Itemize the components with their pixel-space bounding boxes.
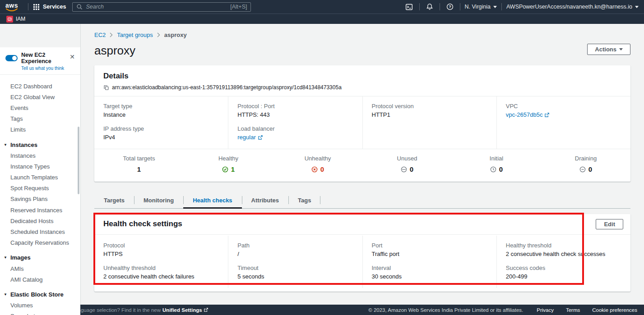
healthy-label: Healthy xyxy=(184,155,273,162)
unified-settings-link[interactable]: Unified Settings xyxy=(162,307,208,313)
unhealthy-threshold-label: Unhealthy threshold xyxy=(103,265,219,271)
sidebar-item-events[interactable]: Events xyxy=(0,102,80,113)
help-icon: ? xyxy=(446,3,454,10)
caret-down-icon: ▼ xyxy=(4,143,7,147)
cookie-preferences-link[interactable]: Cookie preferences xyxy=(592,307,637,313)
breadcrumb-target-groups[interactable]: Target groups xyxy=(117,32,153,38)
copy-icon[interactable] xyxy=(103,85,109,91)
aws-logo[interactable]: aws xyxy=(5,3,18,11)
health-check-title: Health check settings xyxy=(103,219,182,228)
sidebar-item-savings-plans[interactable]: Savings Plans xyxy=(0,194,80,205)
close-icon[interactable]: ✕ xyxy=(69,54,75,60)
sidebar-scrollbar[interactable] xyxy=(78,127,79,194)
initial-label: Initial xyxy=(452,155,541,162)
vpc-value: vpc-2657db5c xyxy=(506,111,543,118)
actions-button[interactable]: Actions xyxy=(587,44,630,55)
target-type-label: Target type xyxy=(103,103,219,110)
path-label: Path xyxy=(237,242,353,249)
terms-link[interactable]: Terms xyxy=(566,307,580,313)
notifications-button[interactable] xyxy=(424,3,435,10)
ip-address-type-value: IPv4 xyxy=(103,134,219,141)
aws-logo-text: aws xyxy=(5,3,18,8)
new-experience-title: New EC2 Experience xyxy=(21,52,75,64)
section-label: Images xyxy=(10,254,31,261)
help-button[interactable]: ? xyxy=(445,3,455,10)
initial-targets: Initial 0 xyxy=(452,155,541,174)
healthy-targets: Healthy 1 xyxy=(184,155,273,174)
active-tab-underline xyxy=(183,207,241,209)
unified-settings-label: Unified Settings xyxy=(162,307,202,313)
account-menu[interactable]: AWSPowerUserAccess/navaneeth.kn@harness.… xyxy=(506,4,639,10)
load-balancer-link[interactable]: regular xyxy=(237,134,263,141)
details-col-3: Protocol version HTTP1 xyxy=(363,96,497,149)
caret-down-icon: ▼ xyxy=(4,292,7,297)
sidebar-item-launch-templates[interactable]: Launch Templates xyxy=(0,172,80,183)
sidebar-item-dedicated-hosts[interactable]: Dedicated Hosts xyxy=(0,215,80,226)
unused-value: 0 xyxy=(410,165,413,173)
details-card: Details arn:aws:elasticloadbalancing:us-… xyxy=(94,65,630,182)
sidebar-item-reserved-instances[interactable]: Reserved Instances xyxy=(0,205,80,215)
draining-targets: Draining 0 xyxy=(541,155,630,174)
interval-value: 30 seconds xyxy=(372,273,487,280)
chevron-down-icon xyxy=(493,6,497,8)
vpc-link[interactable]: vpc-2657db5c xyxy=(506,111,550,118)
tab-tags[interactable]: Tags xyxy=(288,193,320,208)
tab-health-checks[interactable]: Health checks xyxy=(183,193,241,208)
sidebar-item-ami-catalog[interactable]: AMI Catalog xyxy=(0,274,80,285)
sidebar-item-tags[interactable]: Tags xyxy=(0,114,80,124)
sidebar-section-ebs[interactable]: ▼ Elastic Block Store xyxy=(0,289,80,300)
total-targets-value: 1 xyxy=(137,165,141,173)
chevron-down-icon xyxy=(619,48,623,50)
details-col-1: Target type Instance IP address type IPv… xyxy=(94,96,228,149)
sidebar-item-ec2-global-view[interactable]: EC2 Global View xyxy=(0,91,80,102)
privacy-link[interactable]: Privacy xyxy=(537,307,554,313)
tab-monitoring[interactable]: Monitoring xyxy=(134,193,183,208)
section-label: Instances xyxy=(10,142,37,148)
details-col-2: Protocol : Port HTTPS: 443 Load balancer… xyxy=(228,96,362,149)
divider xyxy=(460,3,460,10)
copyright-text: © 2023, Amazon Web Services India Privat… xyxy=(368,307,523,313)
tab-targets[interactable]: Targets xyxy=(94,193,134,208)
search-input[interactable] xyxy=(86,4,227,10)
draining-label: Draining xyxy=(541,155,630,162)
global-search[interactable]: [Alt+S] xyxy=(72,2,251,12)
services-label: Services xyxy=(43,4,66,10)
sidebar-item-ec2-dashboard[interactable]: EC2 Dashboard xyxy=(0,81,80,91)
services-menu-button[interactable]: Services xyxy=(33,4,66,10)
clock-circle-icon xyxy=(490,166,496,173)
search-shortcut: [Alt+S] xyxy=(230,4,247,10)
sidebar-item-scheduled-instances[interactable]: Scheduled Instances xyxy=(0,226,80,237)
sidebar-item-instances[interactable]: Instances xyxy=(0,150,80,161)
tell-us-link[interactable]: Tell us what you think xyxy=(21,66,75,71)
x-circle-icon xyxy=(311,166,318,173)
region-selector[interactable]: N. Virginia xyxy=(465,4,497,10)
sidebar-item-spot-requests[interactable]: Spot Requests xyxy=(0,183,80,194)
external-link-icon xyxy=(544,112,550,118)
new-experience-toggle[interactable] xyxy=(5,55,18,61)
protocol-port-label: Protocol : Port xyxy=(237,103,353,110)
search-icon xyxy=(76,4,83,10)
tab-attributes[interactable]: Attributes xyxy=(242,193,288,208)
unhealthy-value: 0 xyxy=(320,165,324,173)
sidebar-item-snapshots[interactable]: Snapshots xyxy=(0,311,80,315)
main-content: EC2 Target groups asproxy asproxy Action… xyxy=(81,24,644,305)
arn-value: arn:aws:elasticloadbalancing:us-east-1:3… xyxy=(112,84,342,91)
protocol-label: Protocol xyxy=(103,242,219,249)
sidebar-section-instances[interactable]: ▼ Instances xyxy=(0,139,80,150)
healthy-threshold-value: 2 consecutive health check successes xyxy=(506,251,621,257)
breadcrumb-ec2[interactable]: EC2 xyxy=(94,32,106,38)
divider xyxy=(501,3,502,10)
cloudshell-button[interactable] xyxy=(403,3,415,11)
sidebar-item-amis[interactable]: AMIs xyxy=(0,263,80,274)
timeout-value: 5 seconds xyxy=(237,273,353,280)
healthy-threshold-label: Healthy threshold xyxy=(506,242,621,249)
sidebar-item-limits[interactable]: Limits xyxy=(0,124,80,135)
sidebar-section-images[interactable]: ▼ Images xyxy=(0,252,80,263)
chevron-right-icon xyxy=(110,32,113,37)
sidebar-item-capacity-reservations[interactable]: Capacity Reservations xyxy=(0,237,80,248)
edit-button[interactable]: Edit xyxy=(596,219,623,229)
unhealthy-threshold-value: 2 consecutive health check failures xyxy=(103,273,219,280)
favorite-iam[interactable]: IAM xyxy=(6,16,25,23)
sidebar-item-volumes[interactable]: Volumes xyxy=(0,300,80,311)
sidebar-item-instance-types[interactable]: Instance Types xyxy=(0,161,80,172)
